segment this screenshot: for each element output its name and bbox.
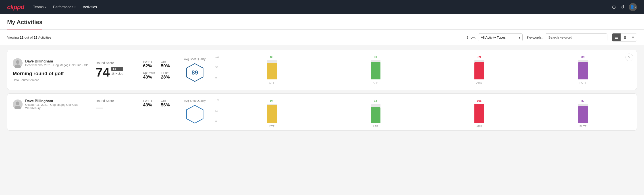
stat-value: 43% (143, 102, 156, 108)
stat-label: 1 Putt (161, 71, 174, 74)
bar-chart-area: 100 50 0 94 OTT 82 APP (215, 99, 631, 128)
bar-value-label: 90 (374, 55, 377, 59)
user-info: Dave Billingham December 05, 2021 - Gog … (13, 58, 88, 68)
user-name: Dave Billingham (25, 99, 88, 103)
bar-chart-area: 100 50 0 85 OTT 90 APP (215, 55, 631, 84)
user-avatar-menu[interactable]: 👤 ▾ (629, 3, 637, 11)
table-view-button[interactable]: ≡ (629, 34, 637, 41)
user-info: Dave Billingham October 16, 2021 - Gog M… (13, 99, 88, 110)
stat-value: 62% (143, 63, 156, 68)
stat-value: 56% (161, 102, 174, 108)
card-left: Dave Billingham December 05, 2021 - Gog … (13, 58, 88, 82)
bar-value-label: 106 (477, 99, 482, 102)
bar-x-label: OTT (269, 125, 274, 128)
bar-background (267, 104, 277, 123)
stat-updown: Up/Down 43% (143, 71, 156, 80)
stat-label: GIR (161, 99, 174, 102)
bar-x-label: APP (373, 125, 378, 128)
keywords-filter-group: Keywords: (527, 34, 608, 41)
stats-group: FW Hit 43% GIR 56% (143, 99, 174, 108)
avatar-icon (13, 100, 22, 109)
stat-value: 28% (161, 74, 174, 80)
bar-fill (474, 104, 484, 123)
teams-chevron-icon: ▾ (45, 6, 46, 9)
stats-group: FW Hit 62% GIR 50% Up/Down 43% 1 Putt 28… (143, 60, 174, 80)
card-left: Dave Billingham October 16, 2021 - Gog M… (13, 99, 88, 112)
grid-view-button[interactable]: ⊞ (621, 34, 629, 41)
stat-gir: GIR 56% (161, 99, 174, 108)
user-details: Dave Billingham October 16, 2021 - Gog M… (25, 99, 88, 110)
search-input[interactable] (545, 34, 608, 41)
avg-shot-quality: Avg Shot Quality (182, 99, 208, 124)
page-title: My Activities (7, 19, 42, 30)
performance-chevron-icon: ▾ (74, 6, 76, 9)
stat-value: 43% (143, 74, 156, 80)
bar-fill (474, 62, 484, 80)
bar-col-putt: 89 PUTT (535, 55, 631, 84)
svg-point-5 (16, 102, 20, 105)
bar-x-label: PUTT (580, 81, 586, 84)
hex-score: 89 (192, 69, 198, 76)
score-display: — (96, 104, 136, 111)
stat-1putt: 1 Putt 28% (161, 71, 174, 80)
nav-links: Teams ▾ Performance ▾ Activities (33, 5, 603, 9)
avg-shot-quality: Avg Shot Quality 89 (182, 57, 208, 82)
bar-background (371, 60, 380, 80)
bar-col-arg: 106 ARG (431, 99, 528, 128)
chart-y-labels: 100 50 0 (215, 99, 219, 123)
hexagon-wrapper: 89 (185, 62, 205, 82)
bar-col-putt: 87 PUTT (535, 99, 631, 128)
round-score: Round Score — (96, 99, 136, 111)
stat-label: GIR (161, 60, 174, 63)
bar-col-app: 82 APP (327, 99, 424, 128)
stat-fw-hit: FW Hit 62% (143, 60, 156, 68)
bar-background (267, 60, 277, 80)
score-number: 74 (96, 66, 110, 78)
bar-background (474, 60, 484, 80)
avatar (13, 100, 22, 109)
activity-type-select-wrapper: All Activity Types (478, 34, 522, 41)
bar-fill (371, 62, 380, 80)
bar-col-ott: 94 OTT (223, 99, 320, 128)
bar-fill (578, 62, 588, 80)
activity-card: ✎ Dave Billingham December 05, 2021 - Go… (7, 50, 637, 90)
viewing-count-text: Viewing 12 out of 29 Activities (7, 36, 462, 39)
score-number: — (96, 104, 103, 111)
user-name: Dave Billingham (25, 59, 88, 63)
bar-col-ott: 85 OTT (223, 55, 320, 84)
bar-col-app: 90 APP (327, 55, 424, 84)
bar-value-label: 85 (270, 55, 273, 59)
nav-activities[interactable]: Activities (83, 5, 97, 9)
show-label: Show: (466, 36, 476, 39)
bar-col-arg: 89 ARG (431, 55, 528, 84)
refresh-icon[interactable]: ↺ (620, 4, 624, 10)
asq-label: Avg Shot Quality (184, 99, 206, 102)
nav-teams[interactable]: Teams ▾ (33, 5, 46, 9)
bar-value-label: 87 (581, 99, 584, 102)
bar-background (578, 104, 588, 123)
nav-performance[interactable]: Performance ▾ (53, 5, 76, 9)
bar-value-label: 94 (270, 99, 273, 102)
view-toggles: ☰ ⊞ ≡ (612, 33, 637, 42)
bar-fill (371, 107, 380, 123)
stat-gir: GIR 50% (161, 60, 174, 68)
svg-marker-7 (186, 105, 203, 123)
avatar-chevron-icon: ▾ (635, 6, 636, 9)
round-score-label: Round Score (96, 61, 136, 65)
keywords-label: Keywords: (527, 36, 543, 39)
list-view-button[interactable]: ☰ (612, 34, 621, 41)
bar-fill (578, 106, 588, 123)
bar-value-label: 82 (374, 99, 377, 102)
bar-x-label: ARG (476, 81, 482, 84)
bar-x-label: ARG (476, 125, 482, 128)
add-icon[interactable]: ⊕ (612, 4, 616, 10)
nav-right: ⊕ ↺ 👤 ▾ (612, 3, 637, 11)
bar-x-label: APP (373, 81, 378, 84)
score-meta: +4 18 Holes (111, 66, 123, 75)
show-filter-group: Show: All Activity Types (466, 34, 522, 41)
brand-logo[interactable]: clippd (7, 4, 24, 11)
bar-value-label: 89 (478, 55, 481, 59)
activity-type-select[interactable]: All Activity Types (478, 34, 522, 41)
stat-label: Up/Down (143, 71, 156, 74)
bar-chart: 85 OTT 90 APP 89 (223, 55, 631, 84)
